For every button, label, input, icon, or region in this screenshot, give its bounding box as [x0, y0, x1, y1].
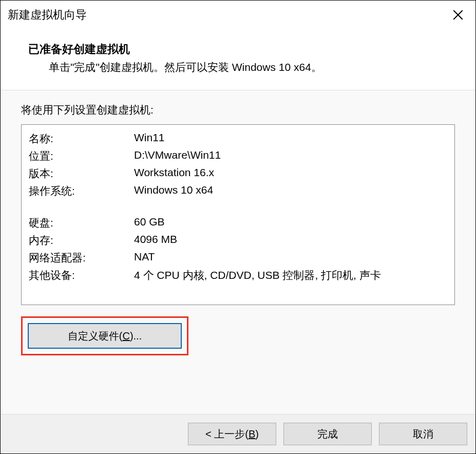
table-row: 版本: Workstation 16.x [29, 165, 447, 182]
setting-value-os: Windows 10 x64 [134, 182, 447, 200]
setting-value-memory: 4096 MB [134, 232, 447, 249]
titlebar: 新建虚拟机向导 [1, 1, 475, 29]
customize-hardware-button[interactable]: 自定义硬件(C)... [28, 323, 182, 349]
table-row: 操作系统: Windows 10 x64 [29, 182, 447, 200]
cancel-button[interactable]: 取消 [379, 423, 467, 445]
close-icon [453, 10, 463, 20]
setting-key-name: 名称: [29, 130, 134, 147]
new-vm-wizard-dialog: 新建虚拟机向导 已准备好创建虚拟机 单击"完成"创建虚拟机。然后可以安装 Win… [0, 0, 476, 454]
table-row: 位置: D:\VMware\Win11 [29, 147, 447, 165]
setting-key-os: 操作系统: [29, 182, 134, 200]
table-row: 硬盘: 60 GB [29, 214, 447, 232]
setting-value-name: Win11 [134, 130, 447, 147]
footer-region: < 上一步(B) 完成 取消 [1, 414, 475, 453]
setting-key-other: 其他设备: [29, 267, 134, 284]
setting-value-version: Workstation 16.x [134, 165, 447, 182]
setting-key-version: 版本: [29, 165, 134, 182]
back-button-mnemonic: B [249, 428, 255, 440]
setting-value-location: D:\VMware\Win11 [134, 147, 447, 165]
content-region: 将使用下列设置创建虚拟机: 名称: Win11 位置: D:\VMware\Wi… [1, 90, 475, 414]
setting-key-network: 网络适配器: [29, 249, 134, 267]
settings-table: 名称: Win11 位置: D:\VMware\Win11 版本: Workst… [29, 130, 447, 284]
header-region: 已准备好创建虚拟机 单击"完成"创建虚拟机。然后可以安装 Windows 10 … [1, 29, 475, 90]
customize-button-prefix: 自定义硬件( [68, 330, 123, 342]
setting-value-disk: 60 GB [134, 214, 447, 232]
table-row: 内存: 4096 MB [29, 232, 447, 249]
customize-button-suffix: )... [130, 330, 142, 342]
table-row: 网络适配器: NAT [29, 249, 447, 267]
settings-summary-box: 名称: Win11 位置: D:\VMware\Win11 版本: Workst… [21, 124, 455, 305]
back-button[interactable]: < 上一步(B) [188, 423, 276, 445]
setting-key-location: 位置: [29, 147, 134, 165]
customize-button-mnemonic: C [122, 330, 129, 342]
table-row: 其他设备: 4 个 CPU 内核, CD/DVD, USB 控制器, 打印机, … [29, 267, 447, 284]
page-subtext: 单击"完成"创建虚拟机。然后可以安装 Windows 10 x64。 [28, 60, 465, 74]
back-button-prefix: < 上一步( [205, 428, 249, 440]
table-row: 名称: Win11 [29, 130, 447, 147]
setting-key-disk: 硬盘: [29, 214, 134, 232]
setting-value-network: NAT [134, 249, 447, 267]
setting-value-other: 4 个 CPU 内核, CD/DVD, USB 控制器, 打印机, 声卡 [134, 267, 447, 284]
settings-label: 将使用下列设置创建虚拟机: [21, 103, 455, 117]
table-gap [29, 200, 447, 214]
highlight-annotation: 自定义硬件(C)... [21, 316, 188, 355]
page-heading: 已准备好创建虚拟机 [28, 42, 465, 57]
finish-button[interactable]: 完成 [283, 423, 372, 445]
setting-key-memory: 内存: [29, 232, 134, 249]
close-button[interactable] [448, 5, 468, 25]
window-title: 新建虚拟机向导 [8, 7, 87, 23]
back-button-suffix: ) [255, 428, 259, 440]
